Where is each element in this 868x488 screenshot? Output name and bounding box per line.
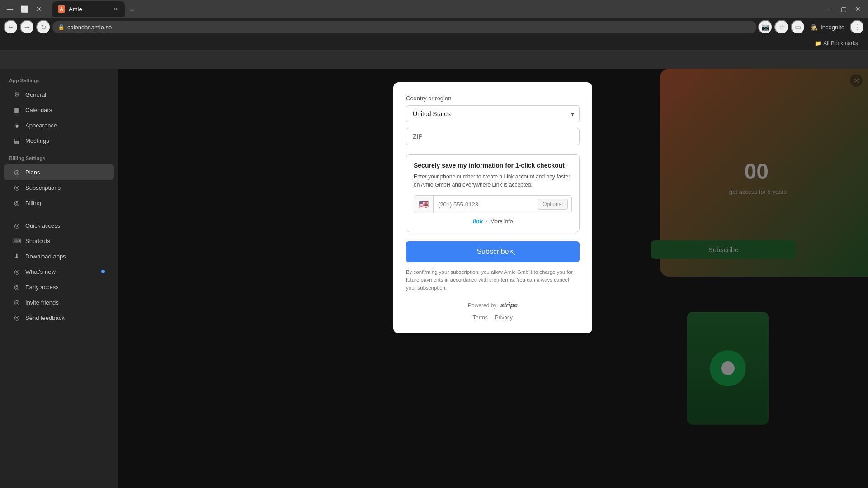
browser-x-btn[interactable]: ✕ [852,3,864,15]
forward-button[interactable]: → [20,20,34,34]
close-window-button[interactable]: ✕ [33,3,45,15]
refresh-button[interactable]: ↻ [36,20,51,34]
phone-input-row: 🇺🇸 Optional [414,195,572,213]
tab-favicon: A [58,5,65,13]
appearance-icon: ◈ [13,121,21,129]
send-feedback-icon: ◎ [13,314,21,322]
sidebar-item-general[interactable]: ⚙ General [4,87,114,102]
sidebar-item-calendars-label: Calendars [25,107,52,113]
browser-min-btn[interactable]: ─ [823,3,835,15]
link-logo: link [473,218,483,225]
window-controls[interactable]: — ⬜ ✕ [4,3,45,15]
main-area: ✕ 00 get access for 5 years Subscribe Co… [118,69,868,488]
sidebar-item-invite-friends-label: Invite friends [25,299,59,306]
phone-input[interactable] [434,197,538,211]
early-access-icon: ◎ [13,283,21,291]
sidebar-item-early-access-label: Early access [25,284,59,291]
general-icon: ⚙ [13,90,21,99]
sidebar-item-plans[interactable]: ◎ Plans [4,164,114,180]
whats-new-badge [101,270,105,273]
sidebar-item-subscriptions[interactable]: ◎ Subscriptions [4,180,114,195]
sidebar-item-billing[interactable]: ◎ Billing [4,195,114,211]
tab-bar: A Amie ✕ + [49,1,142,17]
sidebar-item-quick-access[interactable]: ◎ Quick access [4,218,114,233]
active-tab[interactable]: A Amie ✕ [52,1,125,17]
bookmarks-folder-icon: 📁 [815,40,821,47]
invite-friends-icon: ◎ [13,298,21,306]
more-options-icon[interactable]: ⋮ [850,20,864,34]
sidebar-item-whats-new[interactable]: ◎ What's new [4,264,114,279]
confirm-text: By confirming your subscription, you all… [406,268,580,292]
sidebar-item-plans-label: Plans [25,169,40,176]
sidebar-item-meetings[interactable]: ▤ Meetings [4,133,114,148]
bookmarks-bar: 📁 All Bookmarks [0,36,868,51]
sidebar-item-send-feedback[interactable]: ◎ Send feedback [4,310,114,325]
shortcuts-icon: ⌨ [13,237,21,245]
sidebar: App Settings ⚙ General ▦ Calendars ◈ App… [0,69,118,488]
incognito-badge: 🕵 Incognito [807,24,848,31]
star-icon[interactable]: ☆ [774,20,789,34]
page-content: App Settings ⚙ General ▦ Calendars ◈ App… [0,69,868,488]
bookmarks-folder[interactable]: 📁 All Bookmarks [812,39,861,47]
calendars-icon: ▦ [13,106,21,114]
link-title: Securely save my information for 1-click… [414,162,572,169]
optional-badge: Optional [538,199,568,210]
download-icon: ⬇ [13,252,21,260]
sidebar-item-subscriptions-label: Subscriptions [25,184,61,191]
meetings-icon: ▤ [13,136,21,145]
quick-access-icon: ◎ [13,221,21,230]
sidebar-item-invite-friends[interactable]: ◎ Invite friends [4,295,114,310]
omnibar-row: ← → ↻ 🔒 calendar.amie.so 📷 ☆ ▭ 🕵 Incogni… [0,18,868,36]
browser-max-btn[interactable]: ▢ [837,3,850,15]
checkout-modal: Country or region United States Canada U… [393,82,592,333]
sidebar-item-calendars[interactable]: ▦ Calendars [4,102,114,117]
billing-icon: ◎ [13,199,21,207]
subscribe-label: Subscribe [476,248,509,255]
sidebar-item-shortcuts-label: Shortcuts [25,238,50,244]
new-tab-button[interactable]: + [126,4,138,17]
zip-input[interactable] [406,128,580,145]
more-info-link[interactable]: More info [490,218,513,225]
sidebar-item-general-label: General [25,91,46,98]
camera-icon[interactable]: 📷 [758,20,773,34]
incognito-icon: 🕵 [811,24,818,31]
lock-icon: 🔒 [58,24,65,30]
tab-label: Amie [69,6,82,13]
country-select-wrapper: United States Canada United Kingdom Germ… [406,105,580,122]
powered-by-label: Powered by [468,302,496,309]
sidebar-item-billing-label: Billing [25,200,41,206]
cursor-icon: ↖ [509,248,516,258]
link-logo-row: link • More info [414,218,572,225]
phone-flag-button[interactable]: 🇺🇸 [414,196,434,213]
plans-icon: ◎ [13,168,21,176]
sidebar-item-shortcuts[interactable]: ⌨ Shortcuts [4,233,114,249]
powered-by: Powered by stripe [406,301,580,309]
sidebar-toggle-icon[interactable]: ▭ [791,20,805,34]
minimize-button[interactable]: — [4,3,16,15]
sidebar-item-meetings-label: Meetings [25,137,49,144]
omnibar-actions: 📷 ☆ ▭ 🕵 Incognito ⋮ [758,20,864,34]
whats-new-icon: ◎ [13,267,21,276]
stripe-logo: stripe [500,301,518,309]
subscribe-button[interactable]: Subscribe ↖ [406,241,580,262]
sidebar-item-download-label: Download apps [25,253,66,260]
maximize-button[interactable]: ⬜ [18,3,31,15]
privacy-link[interactable]: Privacy [495,314,513,321]
sidebar-item-appearance[interactable]: ◈ Appearance [4,117,114,133]
footer-links: Terms Privacy [406,314,580,321]
title-bar: — ⬜ ✕ A Amie ✕ + ─ ▢ ✕ [0,0,868,18]
terms-link[interactable]: Terms [473,314,488,321]
sidebar-item-download-apps[interactable]: ⬇ Download apps [4,249,114,264]
browser-chrome: — ⬜ ✕ A Amie ✕ + ─ ▢ ✕ ← → ↻ 🔒 calendar.… [0,0,868,51]
omnibar[interactable]: 🔒 calendar.amie.so [52,21,756,33]
sidebar-item-appearance-label: Appearance [25,122,57,129]
tab-close-button[interactable]: ✕ [111,5,119,13]
back-button[interactable]: ← [4,20,18,34]
country-select[interactable]: United States Canada United Kingdom Germ… [406,105,580,122]
sidebar-item-early-access[interactable]: ◎ Early access [4,279,114,295]
link-description: Enter your phone number to create a Link… [414,173,572,189]
sidebar-item-quick-access-label: Quick access [25,222,60,229]
sidebar-item-whats-new-label: What's new [25,268,56,275]
subscriptions-icon: ◎ [13,183,21,192]
country-label: Country or region [406,95,580,102]
